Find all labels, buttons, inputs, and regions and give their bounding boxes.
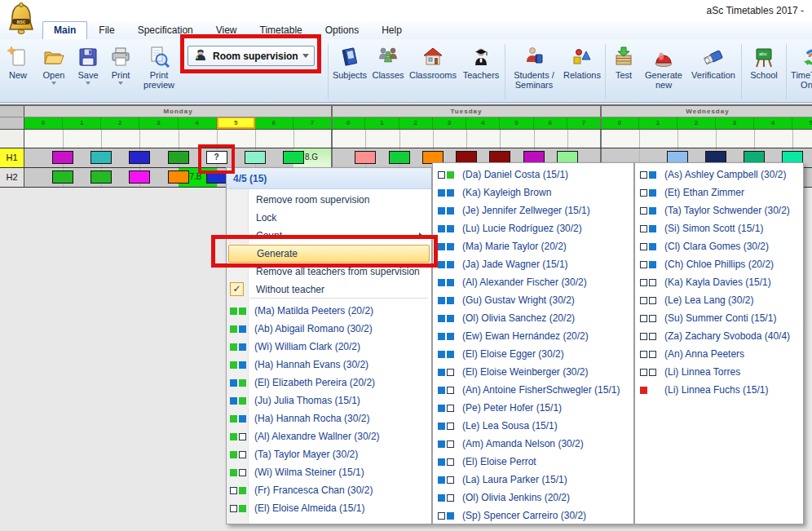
tab-file[interactable]: File [87, 21, 126, 39]
teacher-item[interactable]: (An) Antoine FisherSchwegler (15/1) [438, 382, 620, 398]
duty-block-unassigned[interactable]: ? [206, 151, 227, 164]
teacher-item[interactable]: (El) Eloise Weinberger (30/2) [438, 364, 589, 380]
teacher-item[interactable]: (Ta) Taylor Schwender (30/2) [640, 202, 790, 219]
timetables-online-button[interactable]: TimeTables Online [788, 42, 812, 90]
period-cell[interactable]: 7 [293, 117, 332, 129]
teacher-item[interactable]: (Gu) Gustav Wright (30/2) [438, 292, 575, 308]
duty-block[interactable] [206, 170, 227, 184]
teacher-item[interactable]: (Si) Simon Scott (15/1) [640, 220, 763, 237]
teacher-item[interactable]: (Am) Amanda Nelson (30/2) [438, 436, 584, 452]
duty-block[interactable] [129, 151, 150, 164]
period-cell[interactable]: 6 [534, 117, 567, 129]
teacher-item[interactable]: (Za) Zachary Svoboda (40/4) [640, 328, 790, 344]
verification-button[interactable]: Verification [687, 42, 739, 80]
classrooms-button[interactable]: Classrooms [407, 42, 459, 80]
teacher-item[interactable]: (Ka) Kayla Davies (15/1) [640, 274, 771, 290]
teacher-item[interactable]: (Fr) Francesca Chan (30/2) [230, 482, 373, 498]
teacher-item[interactable]: (Je) Jennifer Zellweger (15/1) [438, 202, 590, 219]
duty-block[interactable] [168, 170, 189, 184]
menu-item-remove-room-supervision[interactable]: Remove room supervision [249, 191, 430, 209]
teacher-item[interactable]: (An) Anna Peeters [640, 346, 744, 362]
tab-view[interactable]: View [205, 21, 249, 39]
teacher-item[interactable]: (Li) Linnea Torres [640, 364, 740, 380]
tab-options[interactable]: Options [314, 21, 370, 39]
relations-button[interactable]: Relations [561, 42, 603, 80]
test-button[interactable]: Test [607, 42, 640, 80]
teacher-item[interactable]: (El) Eloise Perrot [438, 454, 536, 470]
period-cell-highlighted[interactable]: 5 [217, 117, 255, 129]
school-button[interactable]: abcSchool [744, 42, 784, 80]
menu-item-without-teacher[interactable]: Without teacher [249, 281, 430, 299]
duty-block[interactable] [90, 170, 112, 184]
teacher-item[interactable]: (Wi) Wilma Steiner (15/1) [230, 464, 364, 480]
teacher-item[interactable]: (As) Ashley Campbell (30/2) [640, 166, 786, 183]
tab-help[interactable]: Help [370, 21, 413, 39]
period-cell[interactable]: 2 [101, 117, 139, 129]
teacher-item[interactable]: (Le) Lea Sousa (15/1) [438, 418, 558, 434]
period-cell[interactable]: 1 [365, 117, 399, 129]
duty-block[interactable] [168, 151, 189, 164]
teacher-item[interactable]: (Ta) Taylor Mayer (30/2) [230, 446, 358, 462]
duty-block[interactable] [283, 151, 304, 164]
period-cell[interactable]: 7 [567, 117, 601, 129]
teacher-item[interactable]: (Ju) Julia Thomas (15/1) [230, 392, 360, 409]
tab-main[interactable]: Main [42, 21, 87, 39]
teachers-button[interactable]: Teachers [459, 42, 503, 80]
duty-block[interactable] [52, 151, 73, 164]
period-cell[interactable]: 3 [139, 117, 178, 129]
print-preview-button[interactable]: Print preview [137, 42, 181, 90]
period-cell[interactable]: 6 [255, 117, 293, 129]
teacher-item[interactable]: (Ab) Abigail Romano (30/2) [230, 321, 373, 337]
row-label-h1[interactable]: H1 [0, 148, 24, 167]
tab-timetable[interactable]: Timetable [249, 21, 314, 39]
period-cell[interactable]: 2 [399, 117, 433, 129]
duty-block[interactable] [389, 151, 410, 164]
new-button[interactable]: New [0, 42, 36, 80]
period-cell[interactable]: 2 [677, 117, 716, 129]
open-button[interactable]: Open [36, 42, 72, 85]
period-cell[interactable]: 4 [179, 117, 217, 129]
teacher-item[interactable]: (Wi) William Clark (20/2) [230, 339, 360, 355]
teacher-item[interactable]: (Ma) Matilda Peeters (20/2) [230, 303, 373, 319]
menu-item-remove-all-teachers-from-supervision[interactable]: Remove all teachers from supervision [249, 263, 430, 281]
duty-block[interactable] [52, 170, 73, 184]
duty-block[interactable] [90, 151, 112, 164]
teacher-item[interactable]: (Su) Summer Conti (15/1) [640, 310, 776, 326]
teacher-item[interactable]: (El) Eloise Almeida (15/1) [230, 500, 364, 516]
print-button[interactable]: Print [104, 42, 137, 85]
period-cell[interactable]: 5 [792, 117, 812, 129]
menu-item-generate[interactable]: Generate [228, 245, 430, 263]
row-label-h2[interactable]: H2 [0, 167, 24, 187]
period-cell[interactable]: 4 [466, 117, 500, 129]
teacher-item[interactable]: (Ka) Kayleigh Brown [438, 184, 551, 201]
period-cell[interactable]: 4 [754, 117, 792, 129]
period-cell[interactable]: 5 [500, 117, 533, 129]
classes-button[interactable]: Classes [369, 42, 407, 80]
duty-block[interactable] [245, 151, 266, 164]
period-cell[interactable]: 1 [63, 117, 101, 129]
teacher-item[interactable]: (Al) Alexander Fischer (30/2) [438, 274, 587, 290]
period-cell[interactable]: 3 [716, 117, 754, 129]
teacher-item[interactable]: (Ch) Chloe Phillips (20/2) [640, 256, 774, 272]
save-button[interactable]: Save [72, 42, 104, 85]
duty-block[interactable] [355, 151, 376, 164]
teacher-item[interactable]: (Al) Alexandre Wallner (30/2) [230, 428, 380, 445]
teacher-item[interactable]: (Ha) Hannah Evans (30/2) [230, 356, 368, 373]
teacher-item[interactable]: (El) Elizabeth Pereira (20/2) [230, 374, 375, 391]
period-cell[interactable]: 0 [601, 117, 639, 129]
teacher-item[interactable]: (El) Eloise Egger (30/2) [438, 346, 564, 362]
teacher-item[interactable]: (Cl) Clara Gomes (30/2) [640, 238, 769, 254]
teacher-item[interactable]: (Lu) Lucie Rodríguez (30/2) [438, 220, 582, 237]
teacher-item[interactable]: (Ha) Hannah Rocha (30/2) [230, 410, 369, 427]
period-cell[interactable]: 0 [24, 117, 63, 129]
room-supervision-dropdown[interactable]: Room supervision [188, 46, 315, 66]
teacher-item[interactable]: (Ol) Olivia Sanchez (20/2) [438, 310, 575, 326]
teacher-item[interactable]: (Ew) Ewan Hernández (20/2) [438, 328, 589, 344]
period-cell[interactable]: 3 [433, 117, 466, 129]
teacher-item[interactable]: (Ma) Marie Taylor (20/2) [438, 238, 567, 254]
teacher-item[interactable]: (Sp) Spencer Carreiro (30/2) [438, 507, 586, 524]
students-seminars-button[interactable]: Students / Seminars [507, 42, 561, 90]
generate-new-button[interactable]: Generate new [640, 42, 687, 90]
period-cell[interactable]: 1 [639, 117, 677, 129]
teacher-item[interactable]: (Et) Ethan Zimmer [640, 184, 744, 201]
